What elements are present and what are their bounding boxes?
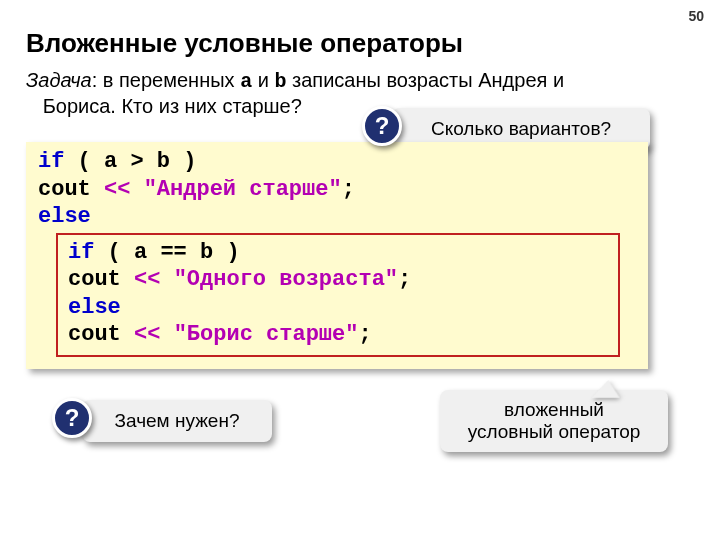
code-text: ; (398, 267, 411, 292)
code-text: ( a > b ) (64, 149, 196, 174)
task-t3: записаны возрасты Андрея и (286, 69, 564, 91)
code-text: ; (358, 322, 371, 347)
callout-nested: вложенный условный оператор (440, 390, 668, 452)
code-text: ( a == b ) (94, 240, 239, 265)
task-sep: : (92, 69, 103, 91)
callout-why: Зачем нужен? (82, 400, 272, 442)
code-line: else (68, 294, 608, 322)
code-line: else (38, 203, 636, 231)
code-block-inner: if ( a == b ) cout << "Одного возраста";… (56, 233, 620, 357)
task-label: Задача (26, 69, 92, 91)
task-line2: Бориса. Кто из них старше? (43, 95, 302, 117)
string-literal: "Андрей старше" (144, 177, 342, 202)
code-block-outer: if ( a > b ) cout << "Андрей старше"; el… (26, 142, 648, 369)
code-line: cout << "Одного возраста"; (68, 266, 608, 294)
task-var-b: b (274, 70, 286, 93)
keyword-else: else (38, 204, 91, 229)
code-text (160, 267, 173, 292)
code-text: ; (342, 177, 355, 202)
operator: << (134, 267, 160, 292)
page-title: Вложенные условные операторы (26, 28, 463, 59)
code-line: cout << "Борис старше"; (68, 321, 608, 349)
string-literal: "Одного возраста" (174, 267, 398, 292)
keyword-if: if (38, 149, 64, 174)
callout-variants-text: Сколько вариантов? (431, 118, 611, 140)
code-text (130, 177, 143, 202)
code-text: cout (38, 177, 104, 202)
task-t2: и (252, 69, 274, 91)
code-text: cout (68, 267, 134, 292)
callout-why-text: Зачем нужен? (115, 410, 240, 432)
code-line: if ( a == b ) (68, 239, 608, 267)
page-number: 50 (688, 8, 704, 24)
keyword-if: if (68, 240, 94, 265)
callout-nested-l1: вложенный (504, 399, 604, 420)
operator: << (134, 322, 160, 347)
question-icon: ? (52, 398, 92, 438)
task-t1: в переменных (103, 69, 240, 91)
question-icon: ? (362, 106, 402, 146)
code-line: if ( a > b ) (38, 148, 636, 176)
task-var-a: a (240, 70, 252, 93)
string-literal: "Борис старше" (174, 322, 359, 347)
code-text: cout (68, 322, 134, 347)
code-text (160, 322, 173, 347)
slide: 50 Вложенные условные операторы Задача: … (0, 0, 720, 540)
keyword-else: else (68, 295, 121, 320)
code-line: cout << "Андрей старше"; (38, 176, 636, 204)
callout-nested-l2: условный оператор (468, 421, 641, 442)
operator: << (104, 177, 130, 202)
